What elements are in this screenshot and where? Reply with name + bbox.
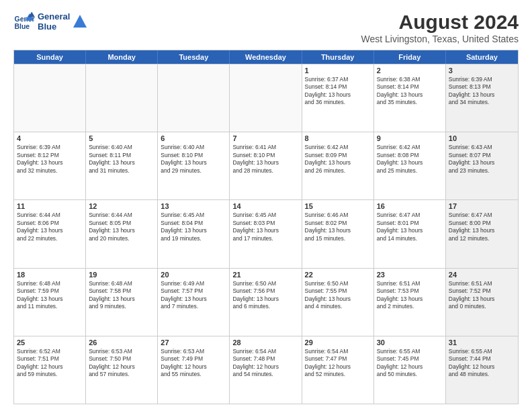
- day-info: Sunrise: 6:40 AM Sunset: 8:11 PM Dayligh…: [89, 144, 154, 175]
- header-day-friday: Friday: [374, 50, 446, 64]
- day-info: Sunrise: 6:48 AM Sunset: 7:59 PM Dayligh…: [17, 280, 83, 311]
- day-number: 26: [89, 338, 154, 347]
- day-number: 16: [377, 202, 443, 210]
- day-number: 17: [449, 202, 515, 210]
- calendar-row-4: 25Sunrise: 6:52 AM Sunset: 7:51 PM Dayli…: [14, 336, 518, 404]
- calendar-cell-22: 22Sunrise: 6:50 AM Sunset: 7:55 PM Dayli…: [302, 269, 374, 336]
- day-info: Sunrise: 6:54 AM Sunset: 7:48 PM Dayligh…: [232, 348, 298, 379]
- calendar-cell-29: 29Sunrise: 6:54 AM Sunset: 7:47 PM Dayli…: [302, 336, 374, 404]
- day-info: Sunrise: 6:38 AM Sunset: 8:14 PM Dayligh…: [377, 76, 443, 107]
- header-day-monday: Monday: [86, 50, 158, 64]
- day-number: 5: [89, 134, 154, 142]
- day-info: Sunrise: 6:39 AM Sunset: 8:13 PM Dayligh…: [449, 76, 515, 107]
- day-number: 20: [161, 271, 226, 279]
- calendar-cell-23: 23Sunrise: 6:51 AM Sunset: 7:53 PM Dayli…: [374, 269, 446, 336]
- calendar-cell-2: 2Sunrise: 6:38 AM Sunset: 8:14 PM Daylig…: [374, 64, 446, 132]
- header-day-saturday: Saturday: [446, 50, 518, 64]
- day-info: Sunrise: 6:50 AM Sunset: 7:56 PM Dayligh…: [232, 280, 298, 311]
- day-number: 11: [17, 202, 83, 210]
- day-info: Sunrise: 6:48 AM Sunset: 7:58 PM Dayligh…: [89, 280, 154, 311]
- day-number: 4: [17, 134, 83, 142]
- calendar-cell-11: 11Sunrise: 6:44 AM Sunset: 8:06 PM Dayli…: [14, 200, 86, 267]
- day-info: Sunrise: 6:41 AM Sunset: 8:10 PM Dayligh…: [232, 144, 298, 175]
- calendar-cell-7: 7Sunrise: 6:41 AM Sunset: 8:10 PM Daylig…: [230, 132, 302, 199]
- calendar-cell-1: 1Sunrise: 6:37 AM Sunset: 8:14 PM Daylig…: [302, 64, 374, 132]
- day-number: 15: [305, 202, 371, 210]
- calendar-cell-12: 12Sunrise: 6:44 AM Sunset: 8:05 PM Dayli…: [86, 200, 158, 267]
- calendar-cell-13: 13Sunrise: 6:45 AM Sunset: 8:04 PM Dayli…: [158, 200, 230, 267]
- day-info: Sunrise: 6:49 AM Sunset: 7:57 PM Dayligh…: [161, 280, 226, 311]
- calendar-cell-16: 16Sunrise: 6:47 AM Sunset: 8:01 PM Dayli…: [374, 200, 446, 267]
- calendar-cell-10: 10Sunrise: 6:43 AM Sunset: 8:07 PM Dayli…: [446, 132, 518, 199]
- calendar-cell-8: 8Sunrise: 6:42 AM Sunset: 8:09 PM Daylig…: [302, 132, 374, 199]
- day-number: 3: [449, 66, 515, 75]
- day-number: 14: [232, 202, 298, 210]
- day-info: Sunrise: 6:45 AM Sunset: 8:04 PM Dayligh…: [161, 212, 226, 242]
- calendar-cell-6: 6Sunrise: 6:40 AM Sunset: 8:10 PM Daylig…: [158, 132, 230, 199]
- day-number: 24: [449, 271, 515, 279]
- day-info: Sunrise: 6:55 AM Sunset: 7:44 PM Dayligh…: [449, 348, 515, 379]
- day-number: 30: [377, 338, 443, 347]
- logo-general: General: [38, 11, 70, 21]
- day-number: 22: [305, 271, 371, 279]
- day-number: 19: [89, 271, 154, 279]
- calendar-row-0: 1Sunrise: 6:37 AM Sunset: 8:14 PM Daylig…: [14, 64, 518, 132]
- day-number: 29: [305, 338, 371, 347]
- day-info: Sunrise: 6:54 AM Sunset: 7:47 PM Dayligh…: [305, 348, 371, 379]
- title-block: August 2024 West Livingston, Texas, Unit…: [361, 11, 519, 44]
- calendar-cell-empty-2: [158, 64, 230, 132]
- day-number: 31: [449, 338, 515, 347]
- day-info: Sunrise: 6:47 AM Sunset: 8:00 PM Dayligh…: [449, 212, 515, 242]
- day-info: Sunrise: 6:42 AM Sunset: 8:08 PM Dayligh…: [377, 144, 443, 175]
- day-info: Sunrise: 6:40 AM Sunset: 8:10 PM Dayligh…: [161, 144, 226, 175]
- calendar-cell-9: 9Sunrise: 6:42 AM Sunset: 8:08 PM Daylig…: [374, 132, 446, 199]
- day-info: Sunrise: 6:45 AM Sunset: 8:03 PM Dayligh…: [232, 212, 298, 242]
- logo-triangle-icon: [73, 14, 87, 29]
- day-number: 13: [161, 202, 226, 210]
- calendar-cell-27: 27Sunrise: 6:53 AM Sunset: 7:49 PM Dayli…: [158, 336, 230, 404]
- day-info: Sunrise: 6:47 AM Sunset: 8:01 PM Dayligh…: [377, 212, 443, 242]
- calendar-cell-19: 19Sunrise: 6:48 AM Sunset: 7:58 PM Dayli…: [86, 269, 158, 336]
- day-info: Sunrise: 6:43 AM Sunset: 8:07 PM Dayligh…: [449, 144, 515, 175]
- day-info: Sunrise: 6:53 AM Sunset: 7:49 PM Dayligh…: [161, 348, 226, 379]
- calendar-cell-18: 18Sunrise: 6:48 AM Sunset: 7:59 PM Dayli…: [14, 269, 86, 336]
- day-number: 9: [377, 134, 443, 142]
- header: General Blue General Blue August 2024 We…: [13, 11, 519, 44]
- day-number: 12: [89, 202, 154, 210]
- day-info: Sunrise: 6:39 AM Sunset: 8:12 PM Dayligh…: [17, 144, 83, 175]
- logo: General Blue General Blue: [13, 11, 87, 32]
- day-number: 6: [161, 134, 226, 142]
- day-number: 7: [232, 134, 298, 142]
- calendar-cell-empty-3: [230, 64, 302, 132]
- calendar: SundayMondayTuesdayWednesdayThursdayFrid…: [13, 50, 519, 404]
- logo-blue: Blue: [38, 21, 70, 32]
- main-title: August 2024: [361, 11, 519, 34]
- header-day-tuesday: Tuesday: [158, 50, 230, 64]
- day-info: Sunrise: 6:53 AM Sunset: 7:50 PM Dayligh…: [89, 348, 154, 379]
- calendar-row-2: 11Sunrise: 6:44 AM Sunset: 8:06 PM Dayli…: [14, 199, 518, 267]
- calendar-cell-21: 21Sunrise: 6:50 AM Sunset: 7:56 PM Dayli…: [230, 269, 302, 336]
- day-info: Sunrise: 6:37 AM Sunset: 8:14 PM Dayligh…: [305, 76, 371, 107]
- header-day-sunday: Sunday: [14, 50, 86, 64]
- calendar-cell-empty-1: [86, 64, 158, 132]
- day-number: 25: [17, 338, 83, 347]
- day-info: Sunrise: 6:46 AM Sunset: 8:02 PM Dayligh…: [305, 212, 371, 242]
- calendar-cell-5: 5Sunrise: 6:40 AM Sunset: 8:11 PM Daylig…: [86, 132, 158, 199]
- calendar-cell-15: 15Sunrise: 6:46 AM Sunset: 8:02 PM Dayli…: [302, 200, 374, 267]
- svg-marker-4: [73, 15, 87, 28]
- day-number: 27: [161, 338, 226, 347]
- calendar-cell-30: 30Sunrise: 6:55 AM Sunset: 7:45 PM Dayli…: [374, 336, 446, 404]
- calendar-cell-4: 4Sunrise: 6:39 AM Sunset: 8:12 PM Daylig…: [14, 132, 86, 199]
- day-info: Sunrise: 6:44 AM Sunset: 8:06 PM Dayligh…: [17, 212, 83, 242]
- day-number: 8: [305, 134, 371, 142]
- day-info: Sunrise: 6:51 AM Sunset: 7:52 PM Dayligh…: [449, 280, 515, 311]
- day-number: 10: [449, 134, 515, 142]
- day-number: 28: [232, 338, 298, 347]
- calendar-cell-empty-0: [14, 64, 86, 132]
- calendar-body: 1Sunrise: 6:37 AM Sunset: 8:14 PM Daylig…: [14, 64, 518, 404]
- calendar-cell-17: 17Sunrise: 6:47 AM Sunset: 8:00 PM Dayli…: [446, 200, 518, 267]
- calendar-cell-20: 20Sunrise: 6:49 AM Sunset: 7:57 PM Dayli…: [158, 269, 230, 336]
- day-info: Sunrise: 6:51 AM Sunset: 7:53 PM Dayligh…: [377, 280, 443, 311]
- calendar-cell-28: 28Sunrise: 6:54 AM Sunset: 7:48 PM Dayli…: [230, 336, 302, 404]
- day-info: Sunrise: 6:50 AM Sunset: 7:55 PM Dayligh…: [305, 280, 371, 311]
